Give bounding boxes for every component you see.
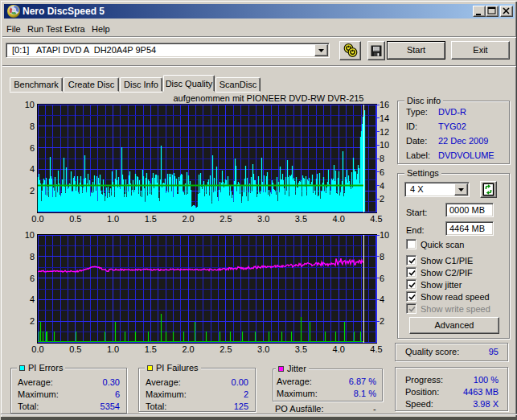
svg-text:1.0: 1.0 [107,214,119,224]
svg-text:4.0: 4.0 [333,214,345,224]
svg-text:4.0: 4.0 [333,344,345,354]
svg-text:0.0: 0.0 [31,214,43,224]
svg-text:4.5: 4.5 [370,344,382,354]
svg-text:10: 10 [380,140,389,150]
svg-text:3.5: 3.5 [295,344,307,354]
svg-text:4: 4 [30,164,35,174]
svg-text:8: 8 [380,154,384,163]
svg-text:6: 6 [30,274,35,283]
svg-text:0.0: 0.0 [31,344,43,354]
svg-text:3.0: 3.0 [257,344,269,354]
svg-text:4: 4 [380,181,384,191]
svg-text:2: 2 [30,186,35,196]
svg-text:2: 2 [30,316,35,326]
svg-text:0.5: 0.5 [69,214,81,224]
svg-text:8: 8 [30,252,35,261]
svg-text:2: 2 [380,194,384,204]
svg-text:14: 14 [380,113,389,123]
svg-text:12: 12 [380,127,389,137]
svg-text:6: 6 [380,167,384,177]
svg-text:2.0: 2.0 [182,214,194,224]
svg-text:3.0: 3.0 [257,214,269,224]
svg-text:4: 4 [380,294,384,304]
svg-text:8: 8 [30,121,35,131]
svg-text:10: 10 [25,100,35,109]
svg-text:1.5: 1.5 [145,344,157,354]
svg-text:1.5: 1.5 [145,214,157,224]
svg-text:8: 8 [380,252,384,261]
svg-text:4: 4 [30,294,35,304]
svg-text:3.5: 3.5 [295,214,307,224]
svg-text:10: 10 [25,230,35,240]
svg-text:aufgenommen mit PIONEER DVD-R: aufgenommen mit PIONEER DVD-RW DVR-215 [174,93,364,103]
svg-text:2: 2 [380,316,384,326]
svg-text:0.5: 0.5 [69,344,81,354]
svg-text:6: 6 [380,274,384,283]
svg-text:4.5: 4.5 [370,214,382,224]
svg-text:6: 6 [30,143,35,153]
svg-text:2.0: 2.0 [182,344,194,354]
svg-text:2.5: 2.5 [220,214,232,224]
svg-text:10: 10 [380,230,389,240]
svg-text:2.5: 2.5 [220,344,232,354]
svg-text:1.0: 1.0 [107,344,119,354]
svg-text:16: 16 [380,100,389,109]
